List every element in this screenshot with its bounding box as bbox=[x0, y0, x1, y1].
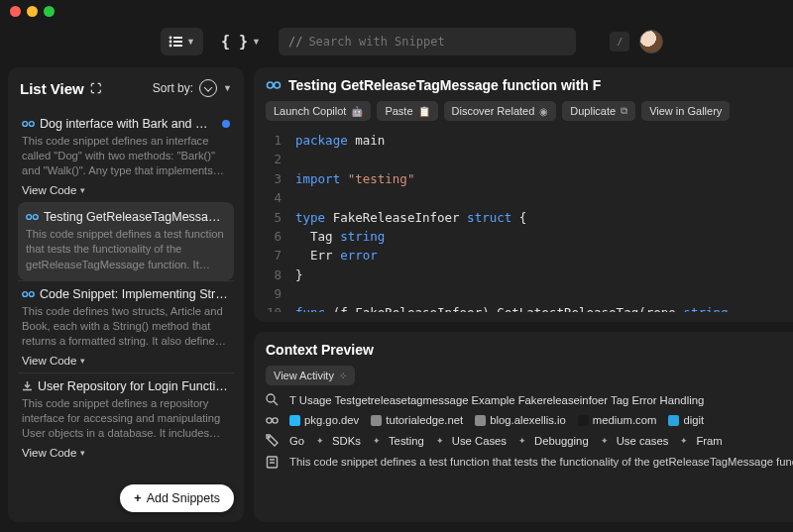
snippet-desc: This code snippet defines an interface c… bbox=[22, 134, 230, 178]
sort-label: Sort by: bbox=[153, 81, 193, 95]
download-icon bbox=[22, 380, 33, 391]
svg-point-6 bbox=[23, 122, 28, 127]
braces-icon: { } bbox=[221, 33, 248, 51]
top-toolbar: ▼ { } ▼ // / bbox=[0, 22, 793, 61]
context-link[interactable]: tutorialedge.net bbox=[371, 414, 463, 426]
expand-icon[interactable]: ⛶ bbox=[90, 82, 101, 94]
code-area[interactable]: 1package main23import "testing"45type Fa… bbox=[266, 131, 793, 312]
svg-point-11 bbox=[29, 291, 34, 296]
action-label: Launch Copilot bbox=[274, 105, 346, 117]
code-line: 5type FakeReleaseInfoer struct { bbox=[266, 208, 793, 227]
snippet-title: Dog interface with Bark and Walk… bbox=[40, 117, 217, 131]
line-number: 2 bbox=[266, 150, 295, 168]
svg-point-15 bbox=[267, 394, 275, 402]
lens-icon: ◉ bbox=[539, 106, 548, 117]
action-view-in-gallery[interactable]: View in Gallery bbox=[641, 101, 730, 121]
action-launch-copilot[interactable]: Launch Copilot🤖 bbox=[266, 101, 371, 121]
code-line: 2 bbox=[266, 150, 793, 168]
link-icon bbox=[22, 120, 35, 128]
svg-point-8 bbox=[27, 215, 32, 220]
action-duplicate[interactable]: Duplicate⧉ bbox=[562, 101, 635, 121]
context-links-row: pkg.go.devtutorialedge.netblog.alexellis… bbox=[266, 414, 793, 426]
favicon bbox=[289, 415, 300, 426]
context-link[interactable]: digit bbox=[668, 414, 704, 426]
add-snippets-button[interactable]: + Add Snippets bbox=[120, 484, 234, 512]
context-tag[interactable]: Fram bbox=[680, 435, 722, 447]
context-link[interactable]: blog.alexellis.io bbox=[475, 414, 566, 426]
list-view-panel: List View ⛶ Sort by: ▼ Dog interface wit… bbox=[8, 67, 244, 522]
view-activity-label: View Activity bbox=[274, 370, 334, 381]
context-tag[interactable]: Debugging bbox=[518, 435, 589, 447]
braces-menu-button[interactable]: { } ▼ bbox=[213, 28, 269, 55]
favicon bbox=[371, 415, 382, 426]
line-number: 10 bbox=[266, 303, 295, 312]
context-usage-row: T Usage Testgetreleasetagmessage Example… bbox=[266, 393, 793, 406]
line-number: 5 bbox=[266, 208, 295, 227]
search-input-wrap[interactable]: // bbox=[279, 28, 576, 55]
action-label: View in Gallery bbox=[649, 105, 722, 117]
context-tag[interactable]: SDKs bbox=[316, 435, 361, 447]
action-paste[interactable]: Paste📋 bbox=[377, 101, 437, 121]
link-icon bbox=[266, 416, 280, 425]
svg-line-16 bbox=[274, 401, 278, 405]
sort-control[interactable]: Sort by: ▼ bbox=[153, 79, 232, 97]
code-line: 1package main bbox=[266, 131, 793, 150]
search-input[interactable] bbox=[308, 35, 566, 49]
clipboard-icon: 📋 bbox=[418, 106, 430, 117]
context-tag[interactable]: Testing bbox=[373, 435, 424, 447]
close-window-dot[interactable] bbox=[10, 6, 21, 17]
chevron-down-icon: ▼ bbox=[252, 37, 261, 47]
favicon bbox=[475, 415, 486, 426]
plus-icon: + bbox=[134, 491, 141, 505]
copy-icon: ⧉ bbox=[621, 105, 627, 117]
chevron-down-icon: ▼ bbox=[186, 37, 195, 47]
svg-point-2 bbox=[170, 41, 172, 44]
line-number: 1 bbox=[266, 131, 295, 150]
snippet-desc: This code snippet defines a repository i… bbox=[22, 396, 230, 441]
svg-point-0 bbox=[170, 37, 172, 40]
unread-dot bbox=[222, 120, 230, 128]
context-tag[interactable]: Use cases bbox=[601, 435, 669, 447]
code-line: 8} bbox=[266, 266, 793, 284]
snippet-card[interactable]: Code Snippet: Implementing Strin…This co… bbox=[18, 280, 234, 372]
view-code-button[interactable]: View Code▾ bbox=[22, 355, 230, 367]
bot-icon: 🤖 bbox=[351, 106, 363, 117]
line-number: 8 bbox=[266, 266, 295, 284]
add-snippets-label: Add Snippets bbox=[147, 491, 220, 505]
note-icon bbox=[266, 456, 280, 469]
action-label: Paste bbox=[385, 105, 412, 117]
clock-icon bbox=[199, 79, 217, 97]
list-menu-button[interactable]: ▼ bbox=[161, 28, 203, 55]
view-activity-button[interactable]: View Activity ⁘ bbox=[266, 366, 355, 385]
viewer-title: Testing GetReleaseTagMessage function wi… bbox=[288, 77, 601, 93]
search-prefix: // bbox=[288, 35, 302, 49]
snippet-card[interactable]: Dog interface with Bark and Walk…This co… bbox=[18, 111, 234, 202]
snippet-card[interactable]: User Repository for Login Functio…This c… bbox=[18, 372, 234, 465]
action-discover-related[interactable]: Discover Related◉ bbox=[444, 101, 557, 121]
code-line: 9 bbox=[266, 284, 793, 303]
action-label: Discover Related bbox=[452, 105, 535, 117]
context-tag[interactable]: Go bbox=[289, 435, 304, 447]
tag-icon bbox=[266, 434, 280, 447]
line-number: 4 bbox=[266, 188, 295, 207]
action-label: Duplicate bbox=[570, 105, 616, 117]
snippet-desc: This code snippet defines a test functio… bbox=[26, 227, 226, 271]
view-code-button[interactable]: View Code▾ bbox=[22, 447, 230, 459]
snippet-desc: This code defines two structs, Article a… bbox=[22, 304, 230, 349]
window-titlebar bbox=[0, 0, 793, 22]
snippet-card[interactable]: Testing GetReleaseTagMessage…This code s… bbox=[18, 202, 234, 279]
link-icon bbox=[266, 80, 282, 90]
context-desc-row: This code snippet defines a test functio… bbox=[266, 455, 793, 471]
slash-shortcut-key: / bbox=[610, 32, 629, 52]
line-number: 9 bbox=[266, 284, 295, 303]
view-code-button[interactable]: View Code▾ bbox=[22, 184, 230, 196]
maximize-window-dot[interactable] bbox=[44, 6, 55, 17]
minimize-window-dot[interactable] bbox=[27, 6, 38, 17]
link-icon bbox=[22, 290, 35, 298]
avatar[interactable] bbox=[639, 30, 663, 53]
favicon bbox=[578, 415, 589, 426]
context-link[interactable]: medium.com bbox=[578, 414, 657, 426]
context-tag[interactable]: Use Cases bbox=[436, 435, 507, 447]
search-icon bbox=[266, 393, 280, 406]
context-link[interactable]: pkg.go.dev bbox=[289, 414, 359, 426]
